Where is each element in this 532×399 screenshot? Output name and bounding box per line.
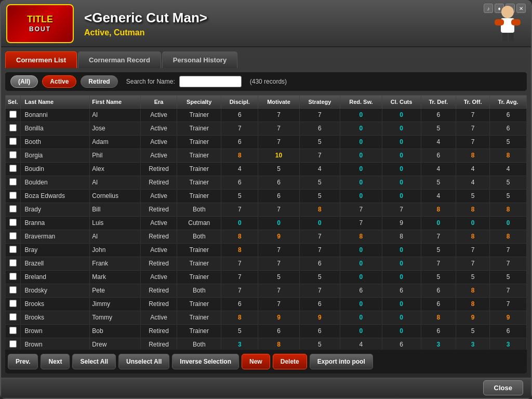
row-checkbox[interactable] [9, 273, 17, 280]
bottom-bar: Prev. Next Select All Unselect All Inver… [5, 350, 527, 374]
red-sw-cell: 0 [340, 135, 382, 149]
row-checkbox[interactable] [9, 327, 17, 334]
row-checkbox[interactable] [9, 178, 17, 185]
specialty-cell: Trainer [177, 176, 221, 189]
first-name-cell: Bob [90, 324, 140, 338]
table-row: BonanniAlActiveTrainer67700676 [6, 108, 527, 122]
red-sw-cell: 0 [340, 108, 382, 122]
first-name-cell: Jimmy [90, 297, 140, 311]
tr-avg-cell: 8 [490, 149, 527, 162]
tab-cornermen-list[interactable]: Cornermen List [5, 51, 77, 68]
tr-avg-cell: 6 [490, 324, 527, 338]
filter-retired-button[interactable]: Retired [81, 75, 117, 88]
row-checkbox[interactable] [9, 138, 17, 145]
strategy-cell: 7 [299, 243, 340, 257]
row-checkbox[interactable] [9, 286, 17, 294]
strategy-cell: 7 [299, 149, 340, 162]
first-name-cell: John [90, 243, 140, 257]
table-row: BonillaJoseActiveTrainer77600576 [6, 122, 527, 135]
last-name-cell: Branna [20, 216, 90, 230]
red-sw-cell: 0 [340, 162, 382, 176]
red-sw-cell: 0 [340, 189, 382, 203]
first-name-cell: Jose [90, 122, 140, 135]
tr-def-cell: 4 [421, 162, 456, 176]
prev-button[interactable]: Prev. [8, 354, 38, 369]
tr-def-cell: 7 [421, 230, 456, 243]
close-window-button[interactable]: Close [483, 380, 523, 395]
row-checkbox[interactable] [9, 259, 17, 267]
cl-cuts-cell: 8 [382, 230, 421, 243]
row-checkbox[interactable] [9, 232, 17, 240]
cl-cuts-cell: 6 [382, 338, 421, 350]
tr-off-cell: 5 [456, 270, 490, 284]
filter-row: (All) Active Retired Search for Name: (4… [5, 72, 527, 91]
table-container: Sel. Last Name First Name Era Specialty … [5, 95, 527, 350]
table-row: BrazellFrankRetiredTrainer77600777 [6, 257, 527, 270]
row-checkbox[interactable] [9, 313, 17, 321]
first-name-cell: Tommy [90, 311, 140, 324]
tr-off-cell: 8 [456, 203, 490, 216]
row-checkbox[interactable] [9, 111, 17, 118]
tr-def-cell: 6 [421, 297, 456, 311]
specialty-cell: Trainer [177, 324, 221, 338]
tab-cornerman-record[interactable]: Cornerman Record [78, 51, 161, 68]
unselect-all-button[interactable]: Unselect All [118, 354, 169, 369]
boxer-avatar [479, 3, 526, 44]
last-name-cell: Bray [20, 243, 90, 257]
table-row: BoudinAlexRetiredTrainer45400444 [6, 162, 527, 176]
sel-cell [6, 297, 21, 311]
table-body: BonanniAlActiveTrainer67700676BonillaJos… [6, 108, 527, 350]
search-input[interactable] [179, 76, 242, 87]
row-checkbox[interactable] [9, 151, 17, 158]
tr-def-cell: 5 [421, 122, 456, 135]
tr-off-cell: 8 [456, 230, 490, 243]
table-row: BrownBobRetiredTrainer56600656 [6, 324, 527, 338]
new-button[interactable]: New [242, 354, 270, 369]
first-name-cell: Al [90, 108, 140, 122]
row-checkbox[interactable] [9, 192, 17, 199]
table-row: BoothAdamActiveTrainer67500475 [6, 135, 527, 149]
table-scroll[interactable]: Sel. Last Name First Name Era Specialty … [5, 95, 527, 350]
era-cell: Retired [140, 297, 177, 311]
row-checkbox[interactable] [9, 124, 17, 131]
inverse-selection-button[interactable]: Inverse Selection [172, 354, 239, 369]
red-sw-cell: 6 [340, 284, 382, 297]
last-name-cell: Booth [20, 135, 90, 149]
col-tr-off: Tr. Off. [456, 95, 490, 108]
row-checkbox[interactable] [9, 205, 17, 212]
specialty-cell: Cutman [177, 216, 221, 230]
motivate-cell: 9 [258, 230, 299, 243]
filter-all-button[interactable]: (All) [10, 75, 38, 88]
row-checkbox[interactable] [9, 219, 17, 226]
red-sw-cell: 0 [340, 297, 382, 311]
row-checkbox[interactable] [9, 340, 17, 348]
cl-cuts-cell: 0 [382, 122, 421, 135]
discipl-cell: 7 [221, 284, 258, 297]
era-cell: Retired [140, 176, 177, 189]
motivate-cell: 7 [258, 203, 299, 216]
export-button[interactable]: Export into pool [310, 354, 373, 369]
row-checkbox[interactable] [9, 165, 17, 172]
next-button[interactable]: Next [41, 354, 70, 369]
delete-button[interactable]: Delete [273, 354, 307, 369]
row-checkbox[interactable] [9, 246, 17, 253]
window-title: <Generic Cut Man> [84, 10, 479, 26]
table-row: BorgiaPhilActiveTrainer810700688 [6, 149, 527, 162]
strategy-cell: 5 [299, 270, 340, 284]
select-all-button[interactable]: Select All [72, 354, 116, 369]
filter-active-button[interactable]: Active [42, 75, 76, 88]
tr-def-cell: 8 [421, 311, 456, 324]
era-cell: Active [140, 122, 177, 135]
sel-cell [6, 243, 21, 257]
cl-cuts-cell: 7 [382, 203, 421, 216]
discipl-cell: 8 [221, 149, 258, 162]
sel-cell [6, 176, 21, 189]
search-label: Search for Name: [126, 78, 175, 85]
cl-cuts-cell: 0 [382, 135, 421, 149]
row-checkbox[interactable] [9, 300, 17, 307]
discipl-cell: 5 [221, 324, 258, 338]
tr-off-cell: 7 [456, 257, 490, 270]
tab-personal-history[interactable]: Personal History [162, 51, 237, 68]
table-row: BrayJohnActiveTrainer87700577 [6, 243, 527, 257]
cl-cuts-cell: 0 [382, 176, 421, 189]
